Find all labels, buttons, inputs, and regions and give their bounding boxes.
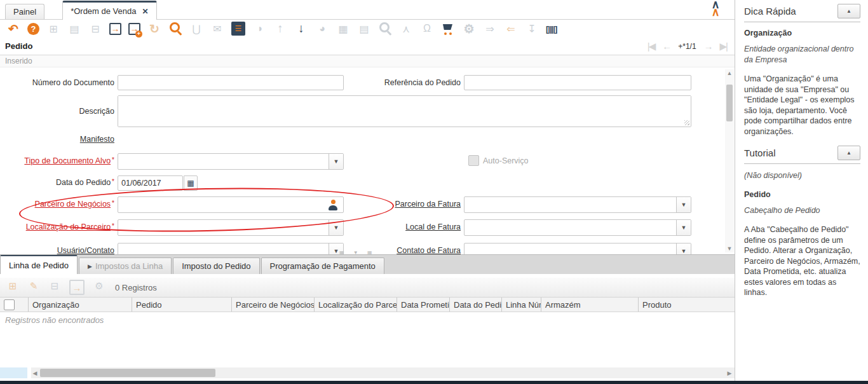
detail-tab-label: Impostos da Linha <box>95 261 163 271</box>
invoice-location-select[interactable]: ▼ <box>464 219 691 236</box>
column-header-armazem[interactable]: Armazém <box>541 298 639 312</box>
save-icon[interactable]: → <box>109 23 121 35</box>
scroll-up-icon[interactable]: ▲ <box>725 69 734 77</box>
record-info-icon[interactable]: ☰ <box>231 22 245 36</box>
chat-icon[interactable]: ✉ <box>210 22 224 36</box>
copy-record-icon[interactable]: ▤ <box>67 22 81 36</box>
chevron-down-icon[interactable]: ▼ <box>676 197 691 212</box>
calendar-icon[interactable]: ▦ <box>184 175 198 191</box>
order-reference-input[interactable] <box>464 75 691 90</box>
column-header-data-do-pedido[interactable]: Data do Pedido <box>450 298 502 312</box>
order-form: Número do Documento Referência do Pedido… <box>0 67 735 254</box>
person-icon[interactable] <box>328 200 338 210</box>
record-pager: |◀ ← +*1/1 → ▶| <box>648 41 727 52</box>
window-tab-painel[interactable]: Painel <box>5 4 44 19</box>
column-header-localizacao-do-parceiro[interactable]: Localização do Parceiro <box>315 298 397 312</box>
window-tab-label: Painel <box>13 7 36 17</box>
column-header-produto[interactable]: Produto <box>639 298 735 312</box>
invoice-partner-select[interactable]: ▼ <box>464 196 691 213</box>
partner-location-label[interactable]: Localização do Parceiro* <box>0 223 114 231</box>
preference-icon[interactable]: ⚙ <box>462 22 476 36</box>
resize-handle[interactable] <box>684 120 689 125</box>
undo-icon[interactable]: ↶ <box>6 22 20 36</box>
business-partner-input[interactable] <box>118 196 344 213</box>
exit-icon[interactable]: ⇐ <box>504 22 518 36</box>
save-line-icon[interactable]: → <box>69 280 85 295</box>
select-all-checkbox[interactable] <box>4 299 15 310</box>
scrollbar-thumb[interactable] <box>726 85 733 121</box>
edit-line-icon[interactable]: ✎ <box>27 280 40 292</box>
logout-icon[interactable]: ⇒ <box>483 22 497 36</box>
scroll-down-icon[interactable]: ▼ <box>725 245 734 252</box>
collapse-section-button[interactable]: ▲ <box>837 4 860 18</box>
detail-tab-imposto-do-pedido[interactable]: Imposto do Pedido <box>173 257 259 274</box>
collapse-section-button[interactable]: ▲ <box>837 146 860 160</box>
window-tab-ordem-de-venda[interactable]: *Ordem de Venda✕ <box>62 1 156 20</box>
scrollbar-thumb[interactable] <box>40 369 215 377</box>
parent-record-icon[interactable]: ↑ <box>273 22 287 36</box>
column-header-data-prometida[interactable]: Data Prometida <box>397 298 450 312</box>
requery-icon[interactable]: ↻ <box>147 22 161 36</box>
column-header-linha-num[interactable]: Linha Núm. <box>502 298 541 312</box>
tab-heading: Pedido <box>744 190 860 199</box>
window-tabs: Painel*Ordem de Venda✕ <box>0 1 157 19</box>
first-record-icon[interactable]: |◀ <box>648 41 654 52</box>
close-icon[interactable]: ✕ <box>142 7 149 16</box>
zoom-across-icon[interactable] <box>378 22 392 36</box>
column-header-pedido[interactable]: Pedido <box>132 298 232 312</box>
manifesto-label[interactable]: Manifesto <box>0 135 114 144</box>
target-doc-type-label[interactable]: Tipo de Documento Alvo* <box>0 156 114 165</box>
attachment-icon[interactable]: ⋃ <box>189 22 203 36</box>
previous-record-icon[interactable]: ← <box>662 41 670 51</box>
tab-summary: Cabeçalho de Pedido <box>744 205 860 216</box>
detail-tab-linha-de-pedido[interactable]: Linha de Pedido <box>0 255 78 274</box>
quick-tip-title: Dica Rápida <box>744 6 796 17</box>
archive-icon[interactable]: ▦ <box>336 22 350 36</box>
column-header-parceiro-de-negocios[interactable]: Parceiro de Negócios <box>232 298 315 312</box>
next-record-icon[interactable]: → <box>704 41 712 51</box>
invoice-contact-select[interactable]: ▼ <box>464 243 691 254</box>
help-icon[interactable]: ? <box>27 23 39 35</box>
form-vertical-scrollbar[interactable]: ▲ ▼ <box>725 69 734 252</box>
invoice-location-label[interactable]: Local de Fatura <box>346 223 461 231</box>
new-line-icon[interactable]: ⊞ <box>6 280 19 292</box>
scrollbar-track[interactable]: ◀ ▶ <box>31 367 735 378</box>
chart-icon[interactable]: ◕ <box>315 22 329 36</box>
chevron-down-icon[interactable]: ▼ <box>676 220 691 235</box>
scroll-right-icon[interactable]: ▶ <box>726 370 733 376</box>
invoice-partner-label[interactable]: Parceiro da Fatura <box>346 200 461 209</box>
detail-record-icon[interactable]: ↓ <box>294 22 308 36</box>
business-partner-label[interactable]: Parceiro de Negócios* <box>0 200 114 209</box>
user-contact-label[interactable]: Usuário/Contato <box>0 246 114 254</box>
column-header-organizacao[interactable]: Organização <box>29 298 132 312</box>
last-record-icon[interactable]: ▶| <box>720 41 727 52</box>
workflow-icon[interactable]: ⋏ <box>399 22 413 36</box>
user-contact-select[interactable]: ▼ <box>118 243 344 254</box>
order-date-input[interactable] <box>118 175 183 191</box>
description-textarea[interactable] <box>118 96 691 127</box>
delete-line-icon[interactable]: ⊟ <box>48 280 61 292</box>
detail-tab-programacao-de-pagamento[interactable]: Programação de Pagamento <box>261 257 384 274</box>
cart-icon[interactable] <box>441 22 455 36</box>
chevron-down-icon[interactable]: ▼ <box>676 243 691 254</box>
delete-record-icon[interactable]: ⊟ <box>88 22 102 36</box>
export-icon[interactable]: ↧ <box>525 22 539 36</box>
partner-location-select[interactable]: ▼ <box>118 219 344 236</box>
document-no-input[interactable] <box>118 75 344 90</box>
find-icon[interactable] <box>168 22 182 36</box>
new-record-icon[interactable]: ⊞ <box>46 22 60 36</box>
target-doc-type-value <box>118 154 329 169</box>
chevron-down-icon[interactable]: ▼ <box>329 220 343 235</box>
barcode-icon[interactable]: [||||] <box>546 22 557 36</box>
required-marker: * <box>112 223 114 230</box>
notifications-icon[interactable]: Ω <box>420 22 434 36</box>
chevron-down-icon[interactable]: ▼ <box>329 154 343 169</box>
save-create-icon[interactable]: → <box>128 23 140 35</box>
target-doc-type-select[interactable]: ▼ <box>118 153 344 170</box>
print-icon[interactable]: ▤ <box>357 22 371 36</box>
self-service-checkbox[interactable] <box>468 155 479 166</box>
process-line-icon[interactable]: ⚙ <box>93 280 105 292</box>
collapse-header-icon[interactable]: ∧ ∧ <box>707 1 724 16</box>
customize-icon[interactable]: ◑ <box>252 22 266 36</box>
scroll-left-icon[interactable]: ◀ <box>31 370 39 376</box>
